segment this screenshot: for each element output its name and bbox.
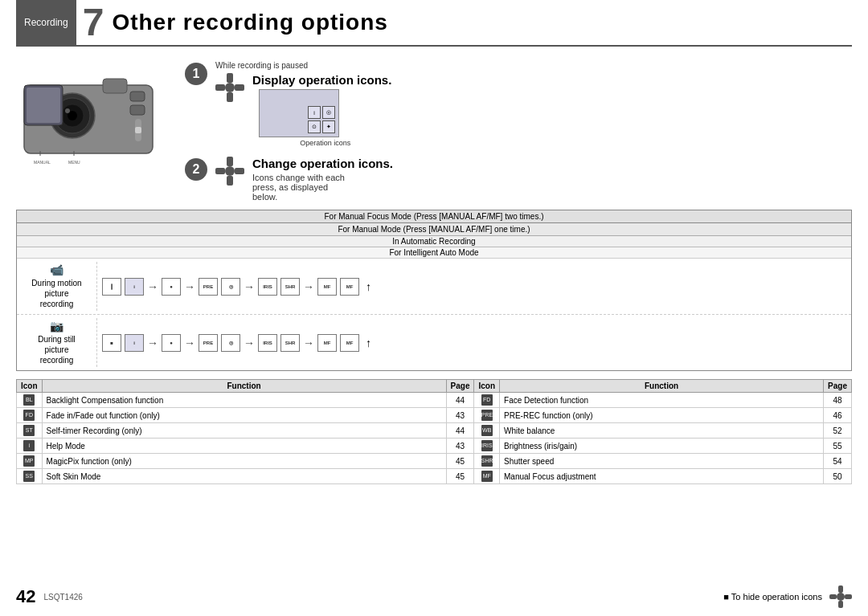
top-section: MANUAL MENU 1 While recording is paused — [16, 61, 852, 202]
func-icon-left-2: ST — [17, 423, 43, 439]
dpad-icon-2 — [215, 157, 244, 186]
step-2-title: Change operation icons. — [252, 157, 393, 170]
step-2: 2 Change ope — [185, 157, 852, 202]
op-icon-b: ◎ — [322, 106, 335, 119]
func-table: Icon Function Page Icon Function Page BL… — [16, 379, 852, 484]
svg-point-5 — [65, 108, 70, 113]
func-text-left-4: MagicPix function (only) — [42, 454, 446, 469]
func-icon-left-0: BL — [17, 393, 43, 408]
motion-icon-6: IRIS — [258, 278, 277, 296]
func-page-right-4: 54 — [824, 454, 852, 469]
func-text-right-3: Brightness (iris/gain) — [500, 439, 824, 454]
svg-rect-7 — [27, 88, 60, 123]
dpad-icon-1 — [215, 73, 244, 102]
modes-row3-header: In Automatic Recording — [17, 236, 851, 247]
motion-icon-7: SHR — [280, 278, 300, 296]
still-icon-3: ● — [162, 334, 181, 352]
model-number: LSQT1426 — [43, 593, 82, 602]
step-2-desc3: below. — [252, 192, 393, 202]
dpad-icon-hide — [829, 585, 852, 608]
func-icon-right-2: WB — [474, 423, 500, 439]
func-icon-left-3: i — [17, 439, 43, 454]
col-header-page1: Page — [446, 380, 474, 393]
hide-icons-note: ■ To hide operation icons — [723, 585, 852, 608]
still-arrow-3: → — [244, 337, 255, 349]
func-page-left-3: 43 — [446, 439, 474, 454]
step-2-content: Change operation icons. Icons change wit… — [215, 157, 393, 202]
step-1-title: Display operation icons. — [252, 73, 391, 87]
func-text-left-3: Help Mode — [42, 439, 446, 454]
motion-icons: ❙ i → ● → PRE ◎ → IRIS SHR → MF MF ↑ — [97, 278, 851, 296]
still-icon-7: SHR — [280, 334, 300, 352]
op-caption: Operation icons — [259, 139, 391, 147]
instructions-section: 1 While recording is paused — [185, 61, 852, 202]
table-row: MP MagicPix function (only) 45 SHR Shutt… — [17, 454, 852, 469]
camera-svg: MANUAL MENU — [16, 61, 177, 165]
arrow-2: → — [184, 280, 195, 293]
motion-icon-8: MF — [317, 278, 337, 296]
step-2-desc2: press, as displayed — [252, 182, 393, 192]
svg-rect-9 — [130, 92, 145, 101]
func-text-right-5: Manual Focus adjustment — [500, 469, 824, 484]
page-title: Other recording options — [112, 10, 387, 35]
still-icon-5: ◎ — [221, 334, 240, 352]
motion-icon-5: ◎ — [221, 278, 240, 296]
func-text-left-0: Backlight Compensation function — [42, 393, 446, 408]
still-icon-2: i — [125, 334, 144, 352]
still-icon-9: MF — [340, 334, 359, 352]
motion-picture-row: 📹 During motionpicturerecording ❙ i → ● … — [17, 259, 851, 315]
up-arrow-still: ↑ — [366, 337, 371, 349]
func-icon-left-4: MP — [17, 454, 43, 469]
still-icon-6: IRIS — [258, 334, 277, 352]
col-header-func2: Function — [500, 380, 824, 393]
func-icon-left-1: FD — [17, 408, 43, 423]
section-badge: Recording — [16, 0, 76, 45]
col-header-icon2: Icon — [474, 380, 500, 393]
func-page-left-2: 44 — [446, 423, 474, 439]
still-arrow-2: → — [184, 337, 195, 349]
func-text-right-0: Face Detection function — [500, 393, 824, 408]
col-header-func1: Function — [42, 380, 446, 393]
section-label: Recording — [24, 17, 68, 28]
op-icon-c: ⊙ — [308, 120, 321, 133]
col-header-page2: Page — [824, 380, 852, 393]
up-arrow-motion: ↑ — [366, 280, 371, 293]
modes-row1-header: For Manual Focus Mode (Press [MANUAL AF/… — [17, 210, 851, 223]
func-text-right-2: White balance — [500, 423, 824, 439]
func-icon-right-4: SHR — [474, 454, 500, 469]
motion-icon-1: ❙ — [102, 278, 121, 296]
arrow-1: → — [147, 280, 158, 293]
page-number: 42 — [16, 586, 35, 607]
step-1: 1 While recording is paused — [185, 61, 852, 147]
page-footer: 42 LSQT1426 ■ To hide operation icons — [16, 585, 852, 608]
func-icon-left-5: SS — [17, 469, 43, 484]
motion-label: 📹 During motionpicturerecording — [17, 262, 97, 311]
func-page-left-1: 43 — [446, 408, 474, 423]
svg-rect-10 — [130, 105, 145, 115]
motion-icon-3: ● — [162, 278, 181, 296]
chapter-number: 7 — [83, 3, 104, 42]
func-text-right-4: Shutter speed — [500, 454, 824, 469]
motion-icon-2: i — [125, 278, 144, 296]
still-icon-4: PRE — [199, 334, 218, 352]
motion-icon-4: PRE — [199, 278, 218, 296]
step-1-number: 1 — [185, 63, 207, 85]
func-page-right-2: 52 — [824, 423, 852, 439]
page-header: Recording 7 Other recording options — [16, 0, 852, 47]
svg-text:MENU: MENU — [68, 160, 80, 165]
arrow-3: → — [244, 280, 255, 293]
table-row: ST Self-timer Recording (only) 44 WB Whi… — [17, 423, 852, 439]
func-icon-right-0: FD — [474, 393, 500, 408]
still-arrow-4: → — [303, 337, 314, 349]
svg-text:MANUAL: MANUAL — [34, 160, 51, 165]
main-content: MANUAL MENU 1 While recording is paused — [0, 47, 868, 492]
still-icon-8: MF — [317, 334, 337, 352]
table-row: i Help Mode 43 IRIS Brightness (iris/gai… — [17, 439, 852, 454]
step-2-number: 2 — [185, 158, 207, 181]
func-icon-right-3: IRIS — [474, 439, 500, 454]
op-icon-d: ✦ — [322, 120, 335, 133]
op-icon-a: i — [308, 106, 321, 119]
function-table-section: Icon Function Page Icon Function Page BL… — [16, 379, 852, 484]
arrow-4: → — [303, 280, 314, 293]
func-text-right-1: PRE-REC function (only) — [500, 408, 824, 423]
